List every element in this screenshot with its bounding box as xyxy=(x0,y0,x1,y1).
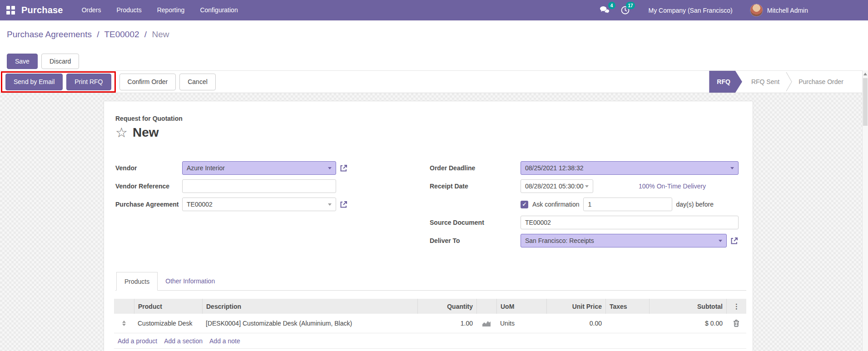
annotation-highlight-box: Send by Email Print RFQ xyxy=(1,71,116,93)
form-fields: Vendor Azure Interior xyxy=(115,161,746,252)
content-area: Request for Quotation ☆ New Vendor Azure… xyxy=(0,93,868,351)
caret-down-icon xyxy=(730,167,734,169)
save-button[interactable]: Save xyxy=(7,54,38,69)
print-rfq-button[interactable]: Print RFQ xyxy=(66,74,111,90)
table-footer-links: Add a product Add a section Add a note xyxy=(114,333,746,349)
products-table: Product Description Quantity UoM Unit Pr… xyxy=(114,299,746,349)
form-sheet: Request for Quotation ☆ New Vendor Azure… xyxy=(104,101,753,351)
order-deadline-field[interactable]: 08/25/2021 12:38:32 xyxy=(521,161,739,175)
col-description: Description xyxy=(202,299,417,314)
scrollbar[interactable] xyxy=(862,70,868,351)
days-before-field[interactable]: 1 xyxy=(583,198,672,211)
vendor-reference-field[interactable] xyxy=(182,179,336,193)
tab-products[interactable]: Products xyxy=(116,272,158,291)
menu-configuration[interactable]: Configuration xyxy=(192,0,245,20)
breadcrumb-current: New xyxy=(152,30,169,39)
col-taxes: Taxes xyxy=(605,299,649,314)
table-header: Product Description Quantity UoM Unit Pr… xyxy=(114,299,746,314)
add-a-section-link[interactable]: Add a section xyxy=(164,337,203,345)
app-name[interactable]: Purchase xyxy=(21,5,63,15)
col-product: Product xyxy=(134,299,202,314)
ask-confirmation-label: Ask confirmation xyxy=(532,201,579,208)
user-menu[interactable]: Mitchell Admin xyxy=(750,4,808,17)
deliver-to-field[interactable]: San Francisco: Receipts xyxy=(521,234,727,247)
add-a-product-link[interactable]: Add a product xyxy=(118,337,157,345)
days-before-suffix: day(s) before xyxy=(676,201,713,208)
tab-other-information[interactable]: Other Information xyxy=(158,272,223,290)
order-deadline-label: Order Deadline xyxy=(430,164,521,172)
breadcrumb-separator: / xyxy=(94,30,102,39)
receipt-date-label: Receipt Date xyxy=(430,183,521,190)
cell-subtotal: $ 0.00 xyxy=(649,320,726,327)
cell-unit-price[interactable]: 0.00 xyxy=(546,320,605,327)
col-subtotal: Subtotal xyxy=(649,299,726,314)
status-step-rfq[interactable]: RFQ xyxy=(709,71,742,93)
on-time-delivery-stat: 100% On-Time Delivery xyxy=(639,183,706,190)
send-by-email-button[interactable]: Send by Email xyxy=(5,74,63,90)
activities-button[interactable]: 17 xyxy=(621,6,630,15)
record-title: New xyxy=(133,125,159,140)
status-step-purchase-order[interactable]: Purchase Order xyxy=(792,71,850,93)
caret-down-icon xyxy=(328,203,332,206)
source-document-field[interactable]: TE00002 xyxy=(521,216,739,229)
drag-handle-icon[interactable] xyxy=(122,321,126,326)
delete-row-icon[interactable] xyxy=(733,320,739,327)
vendor-reference-label: Vendor Reference xyxy=(115,183,182,190)
company-switcher[interactable]: My Company (San Francisco) xyxy=(649,7,733,14)
favorite-star-icon[interactable]: ☆ xyxy=(115,126,128,139)
chevron-separator-icon xyxy=(786,72,792,92)
action-bar: Send by Email Print RFQ Confirm Order Ca… xyxy=(0,70,868,93)
messages-badge: 4 xyxy=(608,2,615,9)
purchase-agreement-label: Purchase Agreement xyxy=(115,201,182,208)
deliver-to-external-link-icon[interactable] xyxy=(730,237,739,245)
caret-down-icon xyxy=(719,240,722,242)
form-subtitle: Request for Quotation xyxy=(115,115,746,122)
receipt-date-field[interactable]: 08/28/2021 05:30:00 xyxy=(521,179,593,193)
purchase-agreement-external-link-icon[interactable] xyxy=(339,200,348,209)
table-row: Customizable Desk [DESK0004] Customizabl… xyxy=(114,314,746,333)
ask-confirmation-checkbox[interactable]: ✓ xyxy=(521,201,528,208)
cell-uom[interactable]: Units xyxy=(496,320,546,327)
breadcrumb-separator: / xyxy=(142,30,149,39)
add-a-note-link[interactable]: Add a note xyxy=(209,337,240,345)
source-document-label: Source Document xyxy=(430,219,521,226)
cell-description[interactable]: [DESK0004] Customizable Desk (Aluminium,… xyxy=(202,320,417,327)
messages-button[interactable]: 4 xyxy=(600,6,610,15)
caret-down-icon xyxy=(328,167,332,169)
avatar xyxy=(750,4,763,17)
cell-quantity[interactable]: 1.00 xyxy=(417,320,476,327)
forecast-chart-icon[interactable] xyxy=(482,320,491,327)
col-quantity: Quantity xyxy=(417,299,476,314)
deliver-to-label: Deliver To xyxy=(430,237,521,244)
purchase-agreement-field[interactable]: TE00002 xyxy=(182,198,336,211)
statusbar: RFQ RFQ Sent Purchase Order xyxy=(709,71,850,93)
menu-products[interactable]: Products xyxy=(109,0,149,20)
discard-button[interactable]: Discard xyxy=(41,54,79,69)
scrollbar-up-arrow-icon[interactable] xyxy=(863,70,868,77)
cancel-button[interactable]: Cancel xyxy=(179,74,216,90)
scrollbar-thumb[interactable] xyxy=(863,78,868,126)
vendor-external-link-icon[interactable] xyxy=(339,164,348,173)
caret-down-icon xyxy=(585,185,589,188)
cell-product[interactable]: Customizable Desk xyxy=(134,320,202,327)
optional-columns-icon[interactable]: ⋮ xyxy=(733,302,740,311)
breadcrumb-purchase-agreements[interactable]: Purchase Agreements xyxy=(7,30,92,39)
menu-orders[interactable]: Orders xyxy=(74,0,109,20)
confirm-order-button[interactable]: Confirm Order xyxy=(119,74,176,90)
breadcrumb-record[interactable]: TE00002 xyxy=(104,30,139,39)
vendor-label: Vendor xyxy=(115,164,182,172)
control-panel: Purchase Agreements / TE00002 / New Save… xyxy=(0,20,868,70)
col-unit-price: Unit Price xyxy=(546,299,605,314)
top-navbar: Purchase Orders Products Reporting Confi… xyxy=(0,0,868,20)
status-step-rfq-sent[interactable]: RFQ Sent xyxy=(745,71,786,93)
breadcrumb: Purchase Agreements / TE00002 / New xyxy=(7,28,861,41)
user-name: Mitchell Admin xyxy=(767,7,808,14)
apps-menu-icon[interactable] xyxy=(6,6,15,15)
notebook-tabs: Products Other Information xyxy=(115,272,746,291)
menu-reporting[interactable]: Reporting xyxy=(149,0,193,20)
col-uom: UoM xyxy=(496,299,546,314)
vendor-field[interactable]: Azure Interior xyxy=(182,161,336,175)
activities-badge: 17 xyxy=(626,2,635,9)
